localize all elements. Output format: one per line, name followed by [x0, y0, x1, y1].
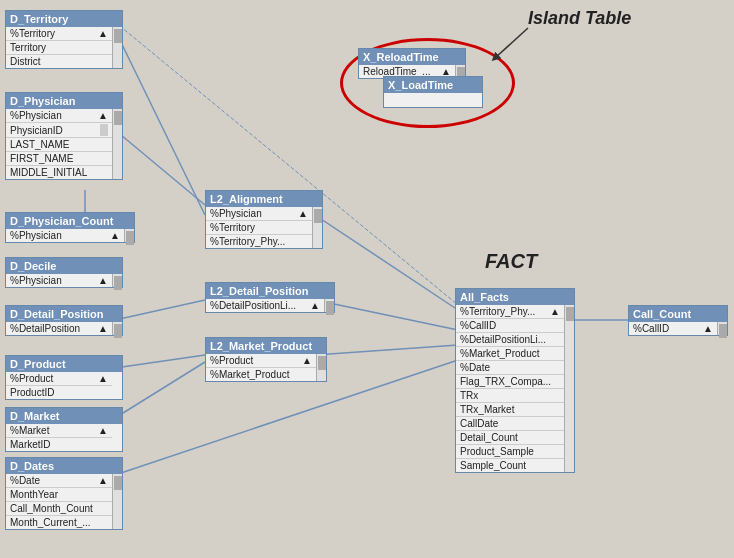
- field-row: MarketID: [6, 437, 112, 451]
- field-row: %Physician ▲: [206, 207, 312, 220]
- svg-line-10: [315, 345, 458, 355]
- table-d-dates[interactable]: D_Dates %Date ▲ MonthYear Call_Month_Cou…: [5, 457, 123, 530]
- svg-line-0: [115, 30, 205, 215]
- table-l2-market-product-header: L2_Market_Product: [206, 338, 326, 354]
- field-row: Sample_Count: [456, 458, 564, 472]
- table-d-market-header: D_Market: [6, 408, 122, 424]
- table-d-territory-header: D_Territory: [6, 11, 122, 27]
- island-table-label: Island Table: [528, 8, 631, 29]
- table-d-product[interactable]: D_Product %Product ▲ ProductID: [5, 355, 123, 400]
- svg-line-8: [315, 215, 458, 310]
- field-row: ProductID: [6, 385, 112, 399]
- table-call-count-header: Call_Count: [629, 306, 727, 322]
- svg-line-13: [495, 28, 528, 58]
- field-row: %Product ▲: [206, 354, 316, 367]
- field-row: %Product ▲: [6, 372, 112, 385]
- field-row: %Physician ▲: [6, 229, 124, 242]
- table-d-detail-position[interactable]: D_Detail_Position %DetailPosition ▲: [5, 305, 123, 336]
- field-row: %Market ▲: [6, 424, 112, 437]
- field-row: Flag_TRX_Compa...: [456, 374, 564, 388]
- table-l2-alignment-header: L2_Alignment: [206, 191, 322, 207]
- field-row: Product_Sample: [456, 444, 564, 458]
- table-x-reloadtime[interactable]: X_ReloadTime ReloadTime_... ▲: [358, 48, 466, 79]
- field-row: Detail_Count: [456, 430, 564, 444]
- svg-line-9: [315, 300, 458, 330]
- table-x-reloadtime-header: X_ReloadTime: [359, 49, 465, 65]
- table-d-physician-count-header: D_Physician_Count: [6, 213, 134, 229]
- field-row: PhysicianID: [6, 122, 112, 137]
- table-d-decile-header: D_Decile: [6, 258, 122, 274]
- table-d-physician[interactable]: D_Physician %Physician ▲ PhysicianID LAS…: [5, 92, 123, 180]
- table-l2-market-product[interactable]: L2_Market_Product %Product ▲ %Market_Pro…: [205, 337, 327, 382]
- field-row: %Territory: [206, 220, 312, 234]
- field-row: TRx_Market: [456, 402, 564, 416]
- field-row: FIRST_NAME: [6, 151, 112, 165]
- field-row: %DetailPosition ▲: [6, 322, 112, 335]
- table-d-detail-position-header: D_Detail_Position: [6, 306, 122, 322]
- field-row: TRx: [456, 388, 564, 402]
- svg-line-1: [115, 130, 205, 205]
- field-row: %Market_Product: [456, 346, 564, 360]
- field-row: MonthYear: [6, 487, 112, 501]
- field-row: %Territory_Phy...: [206, 234, 312, 248]
- field-row: %DetailPositionLi... ▲: [206, 299, 324, 312]
- field-row: LAST_NAME: [6, 137, 112, 151]
- field-row: %Territory_Phy... ▲: [456, 305, 564, 318]
- field-row: %Physician ▲: [6, 109, 112, 122]
- table-call-count[interactable]: Call_Count %CallID ▲: [628, 305, 728, 336]
- table-d-market[interactable]: D_Market %Market ▲ MarketID: [5, 407, 123, 452]
- field-row: %CallID ▲: [629, 322, 717, 335]
- table-l2-detail-position[interactable]: L2_Detail_Position %DetailPositionLi... …: [205, 282, 335, 313]
- field-row: %Physician ▲: [6, 274, 112, 287]
- field-row: %Date ▲: [6, 474, 112, 487]
- field-row: %CallID: [456, 318, 564, 332]
- field-row: MIDDLE_INITIAL: [6, 165, 112, 179]
- canvas: Island Table FACT D_Territory %Territory…: [0, 0, 734, 558]
- table-l2-alignment[interactable]: L2_Alignment %Physician ▲ %Territory %Te…: [205, 190, 323, 249]
- table-d-decile[interactable]: D_Decile %Physician ▲: [5, 257, 123, 288]
- field-row: Month_Current_...: [6, 515, 112, 529]
- field-row: %Territory ▲: [6, 27, 112, 40]
- svg-line-5: [115, 355, 205, 368]
- field-row: Call_Month_Count: [6, 501, 112, 515]
- table-d-product-header: D_Product: [6, 356, 122, 372]
- table-d-dates-header: D_Dates: [6, 458, 122, 474]
- table-d-physician-header: D_Physician: [6, 93, 122, 109]
- field-row: %Market_Product: [206, 367, 316, 381]
- svg-line-6: [115, 362, 205, 418]
- table-d-territory[interactable]: D_Territory %Territory ▲ Territory Distr…: [5, 10, 123, 69]
- table-x-loadtime[interactable]: X_LoadTime: [383, 76, 483, 108]
- field-row: Territory: [6, 40, 112, 54]
- table-d-physician-count[interactable]: D_Physician_Count %Physician ▲: [5, 212, 135, 243]
- field-row: CallDate: [456, 416, 564, 430]
- field-row: %Date: [456, 360, 564, 374]
- field-row: %DetailPositionLi...: [456, 332, 564, 346]
- table-all-facts[interactable]: All_Facts %Territory_Phy... ▲ %CallID %D…: [455, 288, 575, 473]
- field-row: District: [6, 54, 112, 68]
- table-x-loadtime-header: X_LoadTime: [384, 77, 482, 93]
- table-all-facts-header: All_Facts: [456, 289, 574, 305]
- fact-label: FACT: [485, 250, 537, 273]
- table-l2-detail-position-header: L2_Detail_Position: [206, 283, 334, 299]
- svg-line-4: [115, 300, 205, 320]
